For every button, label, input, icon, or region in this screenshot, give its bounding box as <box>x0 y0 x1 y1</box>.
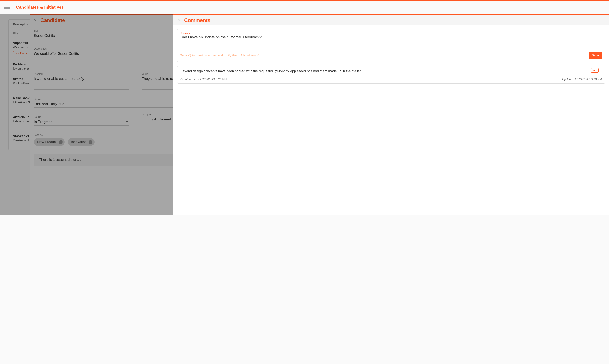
created-label: Created by on <box>180 78 199 81</box>
comments-panel: ✕ Comments Comment Can I have an update … <box>173 14 609 215</box>
created-value: 2020-01-23 8:28 PM <box>200 78 227 81</box>
app-title: Candidates & Initiatives <box>16 5 64 10</box>
close-icon[interactable]: ✕ <box>178 18 180 22</box>
new-badge: New <box>591 68 599 73</box>
comment-created: Created by on 2020-01-23 8:28 PM <box>180 78 227 81</box>
comment-text-value: Can I have an update on the customer's f… <box>180 35 262 39</box>
comment-helper-text: Type @ to mention a user and notify them… <box>180 53 260 57</box>
comments-header: ✕ Comments <box>173 15 609 25</box>
comment-body: Several design concepts have been shared… <box>180 69 602 74</box>
comment-textarea[interactable]: Can I have an update on the customer's f… <box>180 35 284 47</box>
modal-scrim[interactable] <box>0 14 173 215</box>
app-header: Candidates & Initiatives <box>0 1 609 14</box>
text-caret <box>262 35 262 39</box>
hamburger-menu-icon[interactable] <box>4 6 10 9</box>
comment-item: Several design concepts have been shared… <box>177 66 605 84</box>
updated-value: 2020-01-23 8:28 PM <box>575 78 602 81</box>
more-icon[interactable]: ⋮ <box>599 68 603 72</box>
comment-field-label: Comment <box>180 32 602 34</box>
updated-label: Updated: <box>562 78 574 81</box>
save-button[interactable]: Save <box>589 52 602 59</box>
comment-updated: Updated: 2020-01-23 8:28 PM <box>562 78 602 81</box>
main-area: Description Filter Super Out We could of… <box>0 14 609 215</box>
comments-panel-title: Comments <box>184 17 210 23</box>
comment-input-card: Comment Can I have an update on the cust… <box>177 29 605 62</box>
